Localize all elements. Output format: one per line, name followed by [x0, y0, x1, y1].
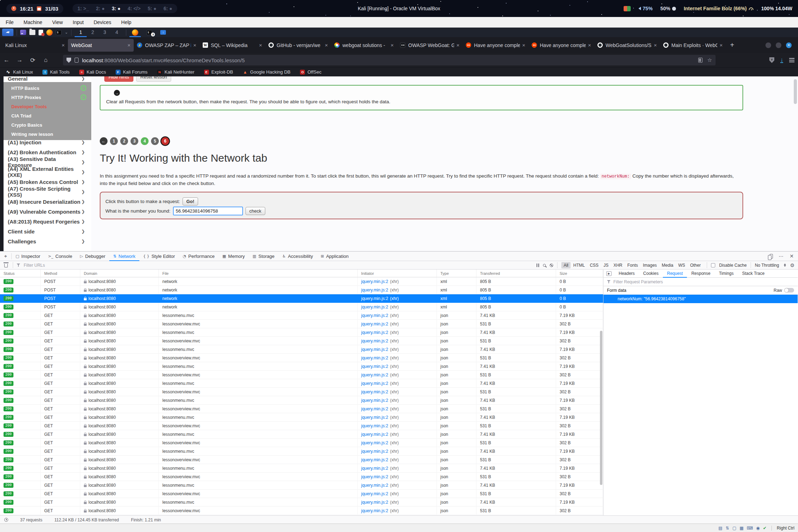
- devtools-tab[interactable]: ⇅ Network: [109, 251, 139, 261]
- network-request-row[interactable]: 200 GET localhost:8080 lessonmenu.mvc jq…: [0, 379, 603, 388]
- tab-close-icon[interactable]: ×: [391, 42, 394, 48]
- page-info-icon[interactable]: [75, 58, 79, 63]
- page-number-button[interactable]: 6: [161, 137, 169, 145]
- menu-item[interactable]: Machine: [24, 19, 42, 25]
- sidebar-category[interactable]: (A8) Insecure Deserialization ❯: [4, 197, 91, 207]
- responsive-design-icon[interactable]: [770, 254, 773, 259]
- close-button[interactable]: ✕: [786, 42, 792, 48]
- tab-close-icon[interactable]: ×: [654, 42, 657, 48]
- sidebar-category[interactable]: (A9) Vulnerable Components ❯: [4, 207, 91, 216]
- block-request-icon[interactable]: [550, 264, 553, 267]
- tab-close-icon[interactable]: ×: [259, 42, 262, 48]
- column-header[interactable]: Size: [556, 270, 603, 277]
- workspace-button[interactable]: 2: [87, 28, 99, 37]
- network-request-row[interactable]: 200 GET localhost:8080 lessonmenu.mvc jq…: [0, 481, 603, 490]
- network-request-row[interactable]: 200 POST localhost:8080 network jquery.m…: [0, 286, 603, 294]
- tab-close-icon[interactable]: ×: [456, 42, 459, 48]
- downloads-icon[interactable]: ↓: [780, 57, 783, 63]
- column-header[interactable]: Transferred: [476, 270, 556, 277]
- tab-close-icon[interactable]: ×: [588, 42, 591, 48]
- vm-display-icon[interactable]: ▦: [740, 526, 744, 531]
- page-number-button[interactable]: 1: [110, 137, 118, 145]
- sidebar-category[interactable]: (A8:2013) Request Forgeries ❯: [4, 216, 91, 226]
- taskbar-downloads[interactable]: ↓: [158, 28, 168, 37]
- network-settings-gear-icon[interactable]: ⚙: [790, 262, 794, 268]
- vm-network-icon[interactable]: ⇅: [725, 526, 729, 531]
- url-text[interactable]: localhost:8080/WebGoat/start.mvc#lesson/…: [82, 57, 698, 63]
- details-tab[interactable]: Request: [663, 270, 687, 278]
- vm-features-icon[interactable]: ✔: [763, 526, 767, 531]
- page-number-button[interactable]: 5: [151, 137, 159, 145]
- browser-tab[interactable]: Have anyone comple ×: [528, 39, 594, 52]
- devtools-menu-icon[interactable]: ⋯: [779, 253, 784, 259]
- type-filter-button[interactable]: JS: [601, 262, 611, 268]
- host-workspace[interactable]: 1: >_: [77, 6, 89, 11]
- column-header[interactable]: Status: [0, 270, 41, 277]
- devtools-tab[interactable]: ⊞ Application: [317, 251, 353, 261]
- throttling-dropdown[interactable]: No Throttling: [755, 263, 779, 268]
- column-header[interactable]: Domain: [80, 270, 159, 277]
- terminal-app-icon[interactable]: $: [56, 30, 62, 35]
- host-workspace[interactable]: 5: ●: [148, 6, 156, 11]
- sidebar-category[interactable]: (A2) Broken Authentication ❯: [4, 147, 91, 157]
- vm-hdd-icon[interactable]: ▤: [718, 526, 722, 531]
- ublock-extension-icon[interactable]: v: [769, 57, 774, 63]
- window-app-icon[interactable]: [20, 30, 26, 35]
- devtools-tab[interactable]: ◔ Performance: [179, 251, 219, 261]
- network-request-row[interactable]: 200 GET localhost:8080 lessonoverview.mv…: [0, 473, 603, 481]
- type-filter-button[interactable]: CSS: [588, 262, 601, 268]
- bookmark-item[interactable]: Kali NetHunter: [157, 69, 195, 75]
- devtools-tab[interactable]: ▷ Debugger: [76, 251, 109, 261]
- network-request-row[interactable]: 200 GET localhost:8080 lessonoverview.mv…: [0, 439, 603, 447]
- vm-mouse-icon[interactable]: ◉: [756, 526, 759, 531]
- menu-hamburger-icon[interactable]: [789, 60, 794, 60]
- browser-tab[interactable]: Main Exploits · WebG ×: [660, 39, 726, 52]
- type-filter-button[interactable]: All: [561, 262, 570, 268]
- bookmark-item[interactable]: Kali Docs: [79, 69, 106, 75]
- tab-close-icon[interactable]: ×: [325, 42, 328, 48]
- page-number-button[interactable]: 3: [131, 137, 138, 145]
- network-request-row[interactable]: 200 GET localhost:8080 lessonmenu.mvc jq…: [0, 447, 603, 456]
- devtools-tab[interactable]: { } Style Editor: [139, 251, 179, 261]
- sidebar-category[interactable]: (A4) XML External Entities (XXE) ❯: [4, 167, 91, 177]
- brightness-indicator[interactable]: 50%: [660, 6, 676, 11]
- type-filter-button[interactable]: WS: [676, 262, 687, 268]
- form-data-label[interactable]: Form data: [607, 288, 774, 293]
- bookmark-item[interactable]: OffSec: [300, 69, 322, 75]
- filter-request-parameters-input[interactable]: Filter Request Parameters: [613, 279, 663, 284]
- tab-close-icon[interactable]: ×: [522, 42, 525, 48]
- tracking-protection-icon[interactable]: [66, 58, 71, 63]
- network-request-row[interactable]: 200 GET localhost:8080 lessonoverview.mv…: [0, 456, 603, 464]
- network-request-row[interactable]: 200 GET localhost:8080 lessonmenu.mvc jq…: [0, 498, 603, 507]
- firefox-app-icon[interactable]: [46, 29, 53, 36]
- raw-toggle[interactable]: [784, 288, 794, 293]
- taskbar-firefox-window[interactable]: [129, 28, 141, 37]
- sidebar-lesson-item[interactable]: Crypto Basics: [4, 120, 91, 129]
- reload-button[interactable]: ⟳: [26, 57, 39, 64]
- har-clock-icon[interactable]: [4, 518, 8, 522]
- devtools-tab[interactable]: >_ Console: [44, 251, 76, 261]
- network-request-row[interactable]: 200 GET localhost:8080 lessonoverview.mv…: [0, 422, 603, 430]
- bookmark-item[interactable]: Kali Tools: [42, 69, 69, 75]
- network-request-row[interactable]: 200 GET localhost:8080 lessonmenu.mvc jq…: [0, 413, 603, 422]
- browser-tab[interactable]: OWASP ZAP – ZAP i ×: [134, 39, 200, 52]
- host-workspace[interactable]: 4: </>: [128, 6, 141, 11]
- bookmark-item[interactable]: Kali Forums: [116, 69, 148, 75]
- details-tab[interactable]: Cookies: [639, 270, 663, 278]
- tab-close-icon[interactable]: ×: [62, 42, 65, 48]
- workspace-button[interactable]: 1: [75, 28, 87, 37]
- forward-button[interactable]: →: [13, 57, 26, 64]
- hide-hints-button[interactable]: Hide hints: [104, 76, 133, 82]
- network-request-row[interactable]: 200 GET localhost:8080 lessonmenu.mvc jq…: [0, 311, 603, 320]
- sidebar-category[interactable]: Client side ❯: [4, 226, 91, 236]
- page-number-button[interactable]: 4: [141, 137, 149, 145]
- menu-item[interactable]: Input: [73, 19, 84, 25]
- workspace-button[interactable]: 3: [99, 28, 111, 37]
- kali-menu-button[interactable]: [2, 29, 13, 36]
- network-request-row[interactable]: 200 POST localhost:8080 network jquery.m…: [0, 277, 603, 286]
- volume-indicator[interactable]: 75%: [638, 6, 653, 11]
- sidebar-lesson-item[interactable]: HTTP Basics: [4, 83, 91, 93]
- details-tab[interactable]: Timings: [715, 270, 738, 278]
- devtools-tab[interactable]: ▦ Memory: [219, 251, 249, 261]
- host-workspace[interactable]: 2: ●: [96, 6, 105, 11]
